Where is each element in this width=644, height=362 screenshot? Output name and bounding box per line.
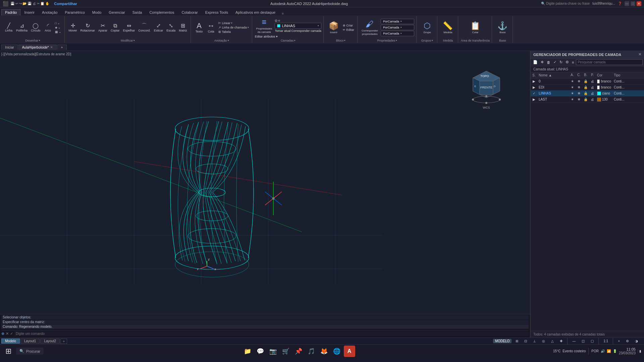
tab-express[interactable]: Express Tools (202, 9, 232, 15)
maximize-button[interactable]: □ (631, 1, 635, 6)
taskbar-store[interactable]: 🛒 (280, 346, 291, 357)
layer-dropdown[interactable]: LINHAS ▾ (275, 23, 321, 29)
polar-btn[interactable]: ◎ (540, 339, 547, 343)
btn-matriz[interactable]: ⊞Matriz (177, 22, 189, 33)
share-button[interactable]: Compartilhar (54, 2, 77, 6)
snap-btn[interactable]: ⊡ (522, 339, 529, 343)
tab-add[interactable]: + (57, 45, 67, 50)
prop-dd-2[interactable]: PorCamada ▾ (381, 25, 414, 30)
btn-espelhar[interactable]: ⇔Espelhar (122, 22, 137, 33)
tab-modelo[interactable]: Modelo (1, 339, 20, 344)
btn-copiar[interactable]: ⧉Copiar (109, 22, 121, 33)
col-p-linhas[interactable]: 🖨 (589, 92, 596, 95)
modificar-expand[interactable]: ▾ (133, 39, 135, 42)
btn-arco[interactable]: ◜Arco (43, 22, 53, 33)
btn-corresponder-prop[interactable]: 🖌 Corresponderpropriedades (360, 19, 379, 36)
taskbar-files[interactable]: 📁 (242, 346, 253, 357)
btn-circulo[interactable]: ◯Círculo (30, 22, 42, 33)
btn-medida[interactable]: 📏 Medida (440, 20, 455, 35)
taskbar-show-desktop[interactable]: ▮ (638, 349, 641, 353)
col-name[interactable]: Nome ▲ (537, 73, 569, 77)
tab-complementos[interactable]: Complementos (146, 9, 178, 15)
annotation-scale[interactable]: + (616, 339, 622, 343)
select-btn[interactable]: ▢ (589, 339, 596, 343)
tab-file[interactable]: AulaHiperboloide* ✕ (18, 45, 57, 50)
btn-tomar-atual[interactable]: ⊙ (275, 19, 277, 22)
ortho-btn[interactable]: ⊥ (531, 339, 538, 343)
camadas-expand[interactable]: ▾ (294, 39, 296, 42)
search-bar[interactable]: 🔍 Digite palavra-chave ou frase (541, 2, 590, 5)
col-cor-0[interactable]: branco (596, 79, 612, 84)
tab-padrao[interactable]: Padrão (1, 9, 20, 15)
layer-row-last[interactable]: ▶ LAST ☀ ❄ 🔒 🖨 130 Conti... (531, 97, 644, 103)
btn-linha-chamada[interactable]: ↗ Linha de chamada ▾ (217, 25, 250, 29)
help-icon[interactable]: ❓ (618, 2, 622, 5)
layer-row-edi[interactable]: ▶ EDI ☀ ❄ 🔒 🖨 branco Conti... (531, 84, 644, 90)
close-button[interactable]: ✕ (637, 1, 641, 6)
col-p-edi[interactable]: 🖨 (589, 85, 596, 89)
btn-corresponder-camada[interactable]: ≈ (278, 19, 280, 22)
btn-more[interactable]: ≡ (571, 60, 575, 65)
taskbar-clock[interactable]: 11:05 23/03/2023 (619, 347, 636, 355)
layer-row-linhas[interactable]: ✓ LINHAS ☀ ❄ 🔒 🖨 ciano Conti... (531, 90, 644, 97)
col-c-last[interactable]: ❄ (576, 98, 582, 101)
col-b-edi[interactable]: 🔒 (582, 85, 589, 89)
tab-colaborar[interactable]: Colaborar (178, 9, 201, 15)
col-b-0[interactable]: 🔒 (582, 79, 589, 83)
col-b[interactable]: B. (582, 73, 589, 77)
btn-cota[interactable]: ↔Cota (205, 21, 217, 34)
col-a-edi[interactable]: ☀ (569, 85, 576, 89)
anotacao-expand[interactable]: ▾ (228, 39, 229, 42)
layer-search-input[interactable] (576, 59, 643, 65)
col-c-0[interactable]: ❄ (576, 79, 582, 83)
col-a-last[interactable]: ☀ (569, 98, 576, 101)
btn-esticar[interactable]: ⤢Esticar (153, 22, 165, 33)
prop-expand[interactable]: ▾ (396, 39, 397, 42)
tab-layout1[interactable]: Layout1 (20, 339, 40, 344)
btn-base[interactable]: ⚓ Base (495, 20, 510, 35)
col-a[interactable]: A. (569, 73, 576, 77)
col-b-linhas[interactable]: 🔒 (582, 92, 589, 95)
transparency-btn[interactable]: ◫ (580, 339, 587, 343)
btn-texto[interactable]: ATexto (194, 21, 205, 34)
tab-anotacao[interactable]: Anotação (38, 9, 61, 15)
tab-inserir[interactable]: Inserir (20, 9, 38, 15)
btn-propriedades-camada[interactable]: ≡ Propriedadesda camada (255, 17, 274, 34)
tab-iniciar[interactable]: Iniciar (1, 45, 18, 50)
scale-display[interactable]: 1:1 (601, 339, 610, 343)
btn-refresh[interactable]: ↻ (558, 60, 564, 65)
tab-layout2[interactable]: Layout2 (40, 339, 60, 344)
minimize-button[interactable]: — (625, 1, 629, 6)
otrack-btn[interactable]: ✚ (558, 339, 565, 343)
modelo-status[interactable]: MODELO (493, 339, 512, 343)
search-bar-taskbar[interactable]: 🔍 Procurar (16, 348, 44, 355)
taskbar-browser[interactable]: 🌐 (331, 346, 342, 357)
taskbar-battery[interactable]: 🔋 (613, 349, 617, 353)
bloco-expand[interactable]: ▾ (344, 39, 345, 42)
tab-parametrico[interactable]: Paramétrico (61, 9, 89, 15)
taskbar-fox[interactable]: 🦊 (318, 346, 330, 357)
cmd-check-btn[interactable]: ✓ (10, 331, 13, 336)
btn-set-current[interactable]: ✓ (552, 60, 557, 65)
col-p-0[interactable]: 🖨 (589, 79, 596, 83)
btn-new-layer[interactable]: 📄 (532, 60, 539, 65)
viewport[interactable]: [-][Vista personalizada][Estrutura de ar… (0, 51, 530, 338)
desenhar-expand[interactable]: ▾ (39, 39, 40, 42)
prop-dd-3[interactable]: PorCamada ▾ (381, 31, 414, 36)
btn-polilinha[interactable]: ⊿Polilinha (15, 22, 29, 33)
tab-apps[interactable]: Aplicativos em destaque (232, 9, 279, 15)
col-c-edi[interactable]: ❄ (576, 85, 582, 89)
tab-modo[interactable]: Modo (89, 9, 105, 15)
btn-delete-layer[interactable]: 🗑 (546, 60, 551, 65)
osnap-btn[interactable]: △ (549, 339, 556, 343)
taskbar-wifi[interactable]: 📶 (607, 349, 611, 353)
col-b-last[interactable]: 🔒 (582, 98, 589, 101)
tab-saida[interactable]: Saída (129, 9, 146, 15)
btn-editar-atributos[interactable]: Editar atributos ▾ (255, 35, 278, 38)
col-c[interactable]: C. (576, 73, 582, 77)
taskbar-sound[interactable]: 🔊 (601, 349, 605, 353)
btn-linear[interactable]: ⊢ Linear ▾ (217, 21, 250, 25)
btn-concord[interactable]: ⌒Concord. (137, 22, 152, 33)
taskbar-pin[interactable]: 📌 (293, 346, 304, 357)
command-input-field[interactable] (14, 331, 529, 336)
